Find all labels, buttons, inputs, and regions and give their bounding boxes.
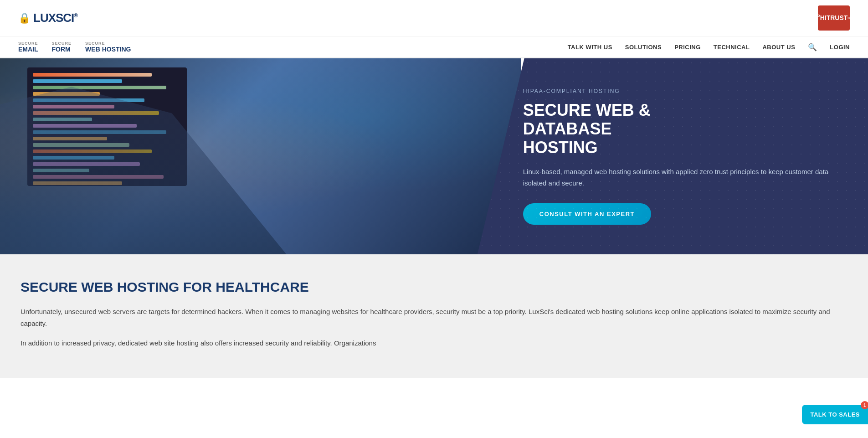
nav-solutions[interactable]: SOLUTIONS [625, 44, 662, 51]
nav-item-email[interactable]: SECURE EMAIL [18, 41, 38, 53]
content-section: SECURE WEB HOSTING FOR HEALTHCARE Unfort… [0, 254, 868, 378]
secure-label-hosting: SECURE [85, 41, 105, 46]
nav-product-form: FORM [52, 46, 71, 53]
hitrust-badge: CERTIFIED BY HITRUST CERTIFIED [818, 5, 850, 31]
nav-about-us[interactable]: ABOUT US [762, 44, 795, 51]
secure-label-email: SECURE [18, 41, 38, 46]
section-para-1: Unfortunately, unsecured web servers are… [21, 306, 847, 329]
nav-product-email: EMAIL [18, 46, 38, 53]
hero-title: SECURE WEB &DATABASEHOSTING [523, 101, 841, 157]
section-heading: SECURE WEB HOSTING FOR HEALTHCARE [21, 279, 847, 295]
hero-description: Linux-based, managed web hosting solutio… [523, 166, 841, 189]
hitrust-main-text: HITRUST [820, 14, 848, 22]
nav-product-hosting: WEB HOSTING [85, 46, 131, 53]
logo-text: LUXSCI® [33, 11, 77, 25]
hitrust-bottom-text: CERTIFIED [847, 16, 864, 20]
nav-pricing[interactable]: PRICING [674, 44, 701, 51]
hero-section: HIPAA-COMPLIANT HOSTING SECURE WEB &DATA… [0, 58, 868, 254]
nav-main-links: TALK WITH US SOLUTIONS PRICING TECHNICAL… [568, 43, 850, 52]
consult-button[interactable]: CONSULT WITH AN EXPERT [523, 203, 651, 225]
search-icon[interactable]: 🔍 [808, 43, 817, 52]
nav-login[interactable]: LOGIN [830, 44, 850, 51]
nav-item-form[interactable]: SECURE FORM [52, 41, 72, 53]
header: 🔒 LUXSCI® CERTIFIED BY HITRUST CERTIFIED [0, 0, 868, 36]
hero-tag: HIPAA-COMPLIANT HOSTING [523, 88, 841, 94]
secure-label-form: SECURE [52, 41, 72, 46]
hero-image [0, 58, 521, 254]
nav-products: SECURE EMAIL SECURE FORM SECURE WEB HOST… [18, 36, 131, 57]
hitrust-top-text: CERTIFIED BY [803, 14, 820, 22]
nav-talk-with-us[interactable]: TALK WITH US [568, 44, 612, 51]
nav-item-webhosting[interactable]: SECURE WEB HOSTING [85, 41, 131, 53]
navigation: SECURE EMAIL SECURE FORM SECURE WEB HOST… [0, 36, 868, 58]
lock-icon: 🔒 [18, 12, 31, 24]
logo[interactable]: 🔒 LUXSCI® [18, 11, 77, 25]
section-para-2: In addition to increased privacy, dedica… [21, 337, 847, 349]
hero-content-panel: HIPAA-COMPLIANT HOSTING SECURE WEB &DATA… [478, 58, 868, 254]
nav-technical[interactable]: TECHNICAL [714, 44, 750, 51]
